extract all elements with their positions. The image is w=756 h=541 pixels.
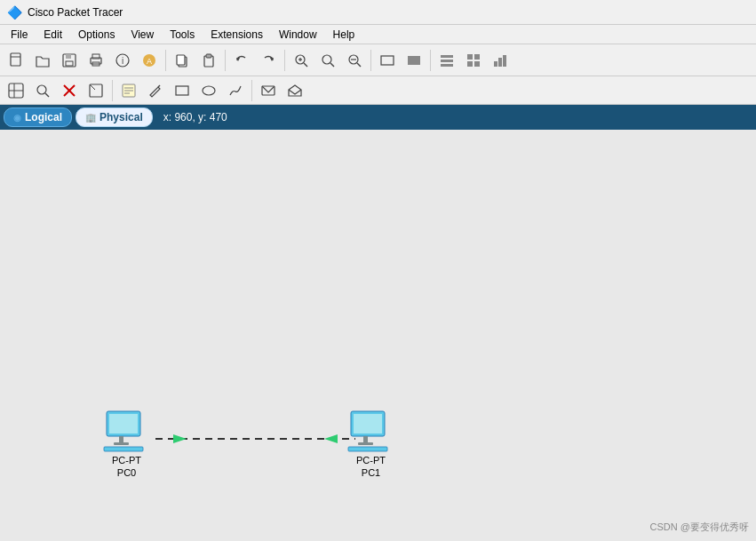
tab-physical[interactable]: 🏢 Physical [76,107,153,127]
svg-rect-63 [104,447,143,451]
svg-rect-13 [177,55,185,65]
svg-line-26 [357,63,361,67]
open-button[interactable] [30,48,55,73]
logical-tab-icon: ◉ [13,113,21,123]
pc1-icon [346,410,395,452]
svg-rect-30 [441,60,453,62]
svg-text:i: i [122,56,123,66]
copy-button[interactable] [170,48,195,73]
rect-outline-button[interactable] [375,48,400,73]
zoom-reset-button[interactable] [315,48,340,73]
redo-button[interactable] [256,48,281,73]
pc0-icon [102,410,151,452]
svg-rect-28 [408,56,420,65]
ellipse-draw-button[interactable] [196,78,221,103]
svg-marker-57 [173,434,187,443]
pc0-label: PC-PT PC0 [112,454,141,480]
svg-rect-61 [119,436,123,442]
svg-rect-53 [176,86,188,95]
menu-file[interactable]: File [4,27,35,43]
canvas[interactable]: PC-PT PC0 PC-PT PC1 CSDN @要变得优秀呀 [0,130,756,541]
svg-text:A: A [147,57,152,66]
physical-tab-icon: 🏢 [85,113,96,123]
menu-help[interactable]: Help [326,27,362,43]
list-view-button[interactable] [434,48,459,73]
logical-tab-label: Logical [25,111,62,123]
svg-rect-0 [11,53,20,66]
svg-line-21 [304,63,307,67]
coordinates-display: x: 960, y: 470 [163,111,227,123]
zoom-in-button[interactable] [289,48,314,73]
app-icon: 🔷 [7,5,22,20]
svg-rect-32 [467,54,473,60]
toolbar1-sep4 [370,50,371,71]
svg-line-47 [90,84,95,90]
info-button[interactable]: i [110,48,135,73]
toolbar1-sep5 [430,50,431,71]
pc1-device[interactable]: PC-PT PC1 [346,410,395,480]
svg-rect-35 [474,61,480,67]
svg-rect-29 [441,55,453,58]
svg-point-54 [203,86,215,95]
svg-rect-31 [441,64,453,67]
menu-extensions[interactable]: Extensions [203,27,270,43]
toolbar2-sep2 [251,80,252,101]
menu-window[interactable]: Window [272,27,324,43]
resize-button[interactable] [84,78,108,103]
rect-draw-button[interactable] [170,78,195,103]
freehand-button[interactable] [223,78,248,103]
svg-line-23 [330,63,334,67]
email-button[interactable] [256,78,281,103]
toolbar1-sep2 [225,50,226,71]
menu-view[interactable]: View [123,27,161,43]
viewbar: ◉ Logical 🏢 Physical x: 960, y: 470 [0,105,756,130]
undo-button[interactable] [229,48,254,73]
svg-rect-68 [348,447,387,451]
menubar: File Edit Options View Tools Extensions … [0,25,756,44]
toolbar1-sep1 [165,50,166,71]
app-title: Cisco Packet Tracer [28,6,123,19]
svg-rect-66 [363,436,368,442]
svg-rect-67 [358,442,373,445]
menu-options[interactable]: Options [71,27,122,43]
svg-line-43 [45,93,49,97]
pencil-button[interactable] [143,78,168,103]
svg-rect-4 [66,61,73,66]
note-button[interactable] [116,78,141,103]
wizard-button[interactable]: A [137,48,162,73]
svg-rect-34 [467,61,473,67]
chart-button[interactable] [488,48,513,73]
grid-view-button[interactable] [461,48,486,73]
svg-point-22 [322,55,331,64]
tab-logical[interactable]: ◉ Logical [4,107,72,127]
menu-edit[interactable]: Edit [36,27,69,43]
rect-fill-button[interactable] [402,48,426,73]
print-button[interactable] [84,48,108,73]
svg-rect-3 [66,54,71,59]
zoom-out-button[interactable] [342,48,367,73]
toolbar2-sep1 [112,80,113,101]
svg-rect-38 [503,55,506,67]
toolbar1: i A [0,44,756,76]
svg-rect-62 [114,442,129,445]
toolbar2 [0,76,756,105]
select-mode-button[interactable] [4,78,28,103]
watermark: CSDN @要变得优秀呀 [650,521,749,534]
svg-point-42 [37,85,46,94]
physical-tab-label: Physical [99,111,143,123]
svg-rect-15 [206,54,211,58]
save-button[interactable] [57,48,82,73]
delete-button[interactable] [57,78,82,103]
svg-line-52 [158,85,160,87]
email2-button[interactable] [283,78,307,103]
titlebar: 🔷 Cisco Packet Tracer [0,0,756,25]
menu-tools[interactable]: Tools [163,27,202,43]
svg-rect-60 [109,414,138,434]
svg-rect-65 [354,414,382,434]
search-button[interactable] [30,78,55,103]
svg-rect-27 [381,56,394,65]
new-button[interactable] [4,48,28,73]
paste-button[interactable] [196,48,221,73]
pc0-device[interactable]: PC-PT PC0 [102,410,151,480]
pc1-label: PC-PT PC1 [356,454,386,480]
